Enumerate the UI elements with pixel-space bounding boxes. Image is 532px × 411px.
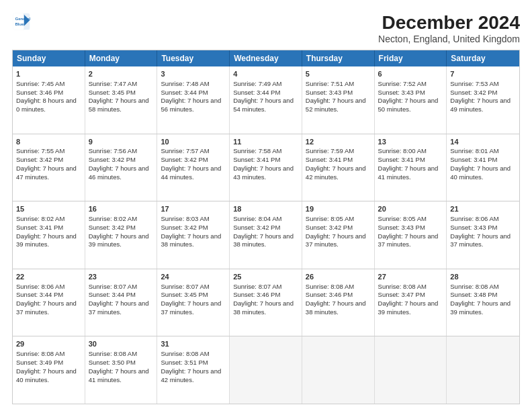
day-number: 13 xyxy=(378,137,443,147)
day-number: 5 xyxy=(306,69,371,79)
logo-icon: General Blue xyxy=(12,12,31,31)
sunset-text: Sunset: 3:45 PM xyxy=(89,89,154,97)
sunrise-text: Sunrise: 7:56 AM xyxy=(89,147,154,156)
sunset-text: Sunset: 3:42 PM xyxy=(161,156,226,165)
daylight-text: Daylight: 7 hours and 41 minutes. xyxy=(378,165,443,182)
calendar-cell: 30Sunrise: 8:08 AMSunset: 3:50 PMDayligh… xyxy=(85,336,158,404)
sunrise-text: Sunrise: 8:07 AM xyxy=(233,283,298,291)
sunrise-text: Sunrise: 8:06 AM xyxy=(16,283,81,291)
daylight-text: Daylight: 7 hours and 39 minutes. xyxy=(378,300,443,317)
day-number: 9 xyxy=(89,137,154,147)
calendar-cell: 29Sunrise: 8:08 AMSunset: 3:49 PMDayligh… xyxy=(13,336,85,404)
daylight-text: Daylight: 7 hours and 50 minutes. xyxy=(378,97,443,114)
sunset-text: Sunset: 3:41 PM xyxy=(16,224,81,232)
daylight-text: Daylight: 7 hours and 43 minutes. xyxy=(233,165,298,182)
calendar-cell: 3Sunrise: 7:48 AMSunset: 3:44 PMDaylight… xyxy=(157,66,230,134)
day-number: 15 xyxy=(16,204,81,214)
daylight-text: Daylight: 7 hours and 37 minutes. xyxy=(306,232,371,250)
sunset-text: Sunset: 3:41 PM xyxy=(450,156,516,165)
sunset-text: Sunset: 3:46 PM xyxy=(16,89,81,97)
daylight-text: Daylight: 7 hours and 52 minutes. xyxy=(306,97,371,114)
sunrise-text: Sunrise: 7:45 AM xyxy=(16,80,81,89)
day-number: 6 xyxy=(378,69,443,79)
daylight-text: Daylight: 7 hours and 39 minutes. xyxy=(450,300,516,317)
calendar-header-cell: Tuesday xyxy=(157,50,230,66)
subtitle: Necton, England, United Kingdom xyxy=(378,34,520,44)
daylight-text: Daylight: 7 hours and 37 minutes. xyxy=(89,300,154,317)
calendar-body: 1Sunrise: 7:45 AMSunset: 3:46 PMDaylight… xyxy=(13,66,519,404)
calendar-week: 8Sunrise: 7:55 AMSunset: 3:42 PMDaylight… xyxy=(13,134,519,202)
sunrise-text: Sunrise: 7:55 AM xyxy=(16,147,81,156)
title-block: December 2024 Necton, England, United Ki… xyxy=(378,12,520,44)
calendar: SundayMondayTuesdayWednesdayThursdayFrid… xyxy=(12,50,520,404)
sunset-text: Sunset: 3:43 PM xyxy=(306,89,371,97)
day-number: 25 xyxy=(233,272,298,282)
sunset-text: Sunset: 3:48 PM xyxy=(450,291,516,300)
calendar-cell: 24Sunrise: 8:07 AMSunset: 3:45 PMDayligh… xyxy=(157,269,230,336)
sunrise-text: Sunrise: 8:08 AM xyxy=(306,283,371,291)
sunrise-text: Sunrise: 7:49 AM xyxy=(233,80,298,89)
day-number: 11 xyxy=(233,137,298,147)
sunset-text: Sunset: 3:42 PM xyxy=(233,224,298,232)
daylight-text: Daylight: 7 hours and 54 minutes. xyxy=(233,97,298,114)
sunrise-text: Sunrise: 8:08 AM xyxy=(16,350,81,359)
svg-text:Blue: Blue xyxy=(15,21,24,26)
calendar-cell: 27Sunrise: 8:08 AMSunset: 3:47 PMDayligh… xyxy=(375,269,447,336)
sunset-text: Sunset: 3:44 PM xyxy=(233,89,298,97)
sunrise-text: Sunrise: 8:08 AM xyxy=(450,283,516,291)
daylight-text: Daylight: 7 hours and 41 minutes. xyxy=(89,367,154,385)
daylight-text: Daylight: 7 hours and 40 minutes. xyxy=(450,165,516,182)
sunrise-text: Sunrise: 8:06 AM xyxy=(450,215,516,224)
daylight-text: Daylight: 7 hours and 44 minutes. xyxy=(161,165,226,182)
sunset-text: Sunset: 3:42 PM xyxy=(306,224,371,232)
calendar-week: 1Sunrise: 7:45 AMSunset: 3:46 PMDaylight… xyxy=(13,66,519,134)
calendar-header-cell: Sunday xyxy=(13,50,85,66)
calendar-cell: 2Sunrise: 7:47 AMSunset: 3:45 PMDaylight… xyxy=(85,66,158,134)
sunset-text: Sunset: 3:46 PM xyxy=(233,291,298,300)
calendar-cell: 4Sunrise: 7:49 AMSunset: 3:44 PMDaylight… xyxy=(230,66,302,134)
calendar-cell: 7Sunrise: 7:53 AMSunset: 3:42 PMDaylight… xyxy=(447,66,519,134)
calendar-cell: 13Sunrise: 8:00 AMSunset: 3:41 PMDayligh… xyxy=(375,134,447,201)
sunrise-text: Sunrise: 8:03 AM xyxy=(161,215,226,224)
sunset-text: Sunset: 3:46 PM xyxy=(306,291,371,300)
main-title: December 2024 xyxy=(378,12,520,34)
calendar-cell: 26Sunrise: 8:08 AMSunset: 3:46 PMDayligh… xyxy=(302,269,375,336)
sunset-text: Sunset: 3:43 PM xyxy=(450,224,516,232)
daylight-text: Daylight: 7 hours and 38 minutes. xyxy=(161,232,226,250)
sunset-text: Sunset: 3:44 PM xyxy=(89,291,154,300)
day-number: 7 xyxy=(450,69,516,79)
calendar-header: SundayMondayTuesdayWednesdayThursdayFrid… xyxy=(13,50,519,66)
day-number: 17 xyxy=(161,204,226,214)
calendar-cell-empty xyxy=(302,336,375,404)
sunrise-text: Sunrise: 8:04 AM xyxy=(233,215,298,224)
calendar-cell: 14Sunrise: 8:01 AMSunset: 3:41 PMDayligh… xyxy=(447,134,519,201)
sunrise-text: Sunrise: 8:05 AM xyxy=(306,215,371,224)
calendar-cell: 21Sunrise: 8:06 AMSunset: 3:43 PMDayligh… xyxy=(447,201,519,269)
daylight-text: Daylight: 7 hours and 46 minutes. xyxy=(89,165,154,182)
calendar-cell: 5Sunrise: 7:51 AMSunset: 3:43 PMDaylight… xyxy=(302,66,375,134)
sunset-text: Sunset: 3:44 PM xyxy=(161,89,226,97)
day-number: 28 xyxy=(450,272,516,282)
calendar-header-cell: Thursday xyxy=(302,50,375,66)
calendar-cell: 12Sunrise: 7:59 AMSunset: 3:41 PMDayligh… xyxy=(302,134,375,201)
day-number: 14 xyxy=(450,137,516,147)
sunset-text: Sunset: 3:47 PM xyxy=(378,291,443,300)
sunrise-text: Sunrise: 8:07 AM xyxy=(89,283,154,291)
page: General Blue December 2024 Necton, Engla… xyxy=(0,0,532,411)
daylight-text: Daylight: 8 hours and 0 minutes. xyxy=(16,97,81,114)
calendar-week: 15Sunrise: 8:02 AMSunset: 3:41 PMDayligh… xyxy=(13,201,519,269)
day-number: 21 xyxy=(450,204,516,214)
day-number: 19 xyxy=(306,204,371,214)
day-number: 23 xyxy=(89,272,154,282)
day-number: 22 xyxy=(16,272,81,282)
sunrise-text: Sunrise: 8:08 AM xyxy=(89,350,154,359)
calendar-cell: 9Sunrise: 7:56 AMSunset: 3:42 PMDaylight… xyxy=(85,134,158,201)
calendar-cell: 22Sunrise: 8:06 AMSunset: 3:44 PMDayligh… xyxy=(13,269,85,336)
day-number: 24 xyxy=(161,272,226,282)
day-number: 30 xyxy=(89,339,154,349)
logo: General Blue xyxy=(12,12,31,31)
calendar-cell: 10Sunrise: 7:57 AMSunset: 3:42 PMDayligh… xyxy=(157,134,230,201)
day-number: 31 xyxy=(161,339,226,349)
day-number: 18 xyxy=(233,204,298,214)
day-number: 20 xyxy=(378,204,443,214)
